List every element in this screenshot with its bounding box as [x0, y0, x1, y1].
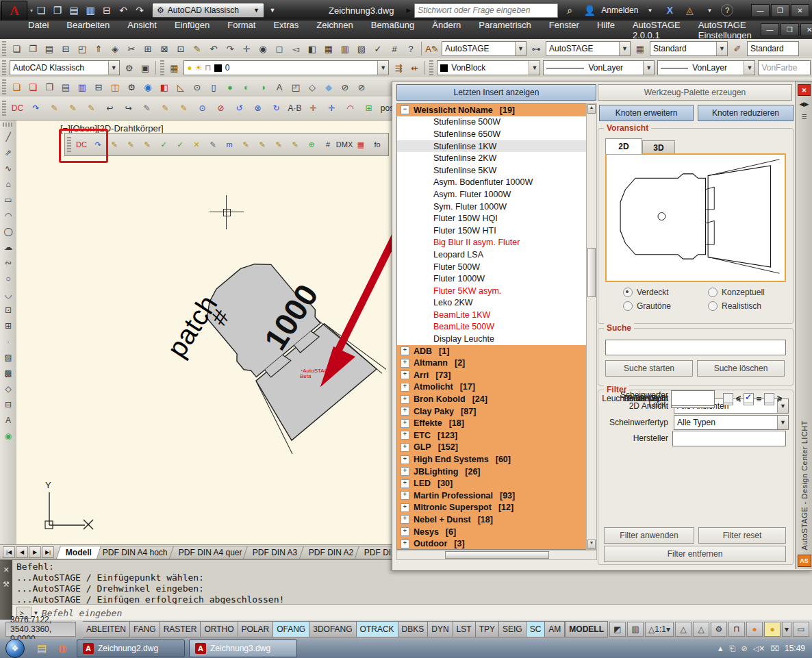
tree-item[interactable]: − Weisslicht NoName [19]	[397, 104, 586, 116]
tree-item[interactable]: Fluter 150W HQI	[397, 212, 586, 225]
redo-icon[interactable]: ↷	[131, 3, 148, 18]
search-start-button[interactable]: Suche starten	[605, 360, 693, 377]
match-properties-icon[interactable]: ✎	[189, 40, 205, 57]
status-toggle-button[interactable]: SEIG	[499, 621, 526, 637]
prev-tab-icon[interactable]: ◀	[16, 546, 28, 558]
equal-checkbox[interactable]	[744, 393, 754, 403]
flip-left-icon[interactable]: ↩	[101, 99, 119, 118]
export-dwf-icon[interactable]: ◈	[107, 40, 123, 57]
status-toggle-button[interactable]: OFANG	[273, 621, 309, 637]
save-icon[interactable]: ▤	[58, 79, 74, 95]
tree-item[interactable]: + Martin Professional [93]	[397, 490, 586, 502]
taskbar-window-button[interactable]: A Zeichnung3.dwg	[189, 640, 297, 657]
sheetset-manager-icon[interactable]: ▧	[353, 40, 370, 57]
tree-item[interactable]: Stufenlinse 500W	[397, 116, 586, 129]
palette-properties-icon[interactable]: ☰	[798, 112, 810, 122]
options-gear-icon[interactable]: ⚙	[123, 79, 140, 95]
filter-value-input[interactable]	[671, 390, 715, 406]
zoom-realtime-icon[interactable]: ◉	[255, 40, 271, 57]
muted-speaker-icon[interactable]: ◁✕	[753, 644, 765, 653]
table-style-dropdown[interactable]: Standard ▼	[650, 41, 728, 56]
delete-red-icon[interactable]: ⊘	[212, 99, 230, 118]
tree-item[interactable]: + Bron Kobold [24]	[397, 393, 586, 405]
tree-expand-box[interactable]: +	[401, 431, 409, 440]
layer-states-icon[interactable]: ⇶	[390, 60, 407, 76]
autostage-tool-icon[interactable]: ◉	[1, 428, 16, 444]
performance-icon[interactable]: ●	[746, 622, 763, 637]
status-toggle-button[interactable]: AM	[545, 621, 565, 637]
plot-icon[interactable]: ⊟	[99, 3, 115, 18]
tree-expand-box[interactable]: +	[401, 395, 409, 404]
no-circle-2-icon[interactable]: ⊘	[353, 79, 370, 95]
expand-nodes-button[interactable]: Knoten erweitern	[599, 105, 694, 121]
paste-icon[interactable]: ⊠	[156, 40, 173, 57]
swap-ab-icon[interactable]: A·B	[286, 99, 304, 118]
plot-icon[interactable]: ⊟	[90, 79, 107, 95]
new-drawing-icon[interactable]: ❏	[8, 79, 25, 95]
tab-2d[interactable]: 2D	[605, 138, 642, 154]
start-button[interactable]: ❖	[5, 639, 25, 658]
search-binoculars-icon[interactable]: ⌕	[561, 3, 578, 18]
restore-button[interactable]: ❐	[771, 4, 789, 17]
hatch-icon[interactable]: ▨	[1, 349, 16, 365]
tree-expand-box[interactable]: +	[401, 407, 409, 416]
undo-icon[interactable]: ↶	[205, 40, 222, 57]
status-toggle-button[interactable]: OTRACK	[357, 621, 398, 637]
tree-item[interactable]: Fluter 5KW asym.	[397, 285, 586, 297]
expand-arrow-icon[interactable]: ▶	[406, 7, 411, 14]
shade-realistisch-radio[interactable]: Realistisch	[708, 301, 761, 311]
shade-konzeptuell-radio[interactable]: Konzeptuell	[708, 288, 765, 297]
exchange-icon[interactable]: X	[661, 3, 678, 18]
type-filter-dropdown[interactable]: Alle Typen▼	[674, 415, 789, 430]
layer-lock-icon[interactable]: ⊓	[205, 63, 211, 73]
tree-item[interactable]: + Outdoor [3]	[397, 537, 586, 550]
toolbar-grip[interactable]	[2, 101, 6, 116]
status-toggle-button[interactable]: FANG	[130, 621, 160, 637]
cut-icon[interactable]: ✂	[123, 40, 140, 57]
chevron-down-icon[interactable]: ▼	[619, 42, 630, 55]
mleader-style-dropdown[interactable]: Standard	[747, 41, 799, 56]
tree-item[interactable]: + Nebel + Dunst [18]	[397, 514, 586, 526]
align-arc-icon[interactable]: ◠	[341, 99, 359, 118]
network-icon[interactable]: ⌧	[770, 644, 779, 653]
layer-sun-icon[interactable]: ☀	[195, 63, 203, 73]
tree-expand-box[interactable]: +	[401, 515, 409, 524]
table-style-icon[interactable]: ▦	[632, 40, 648, 57]
next-tab-icon[interactable]: ▶	[29, 546, 41, 558]
toolbar-grip[interactable]	[429, 60, 433, 75]
layer-bulb-icon[interactable]: ●	[187, 63, 192, 73]
color-control-dropdown[interactable]: VonBlock ▼	[437, 60, 540, 75]
status-toggle-button[interactable]: 3DOFANG	[309, 621, 356, 637]
tree-item[interactable]: BeamLite 500W	[397, 321, 586, 333]
tree-item[interactable]: + JBLighting [26]	[397, 466, 586, 478]
status-toggle-button[interactable]: POLAR	[238, 621, 274, 637]
scroll-down-icon[interactable]: ▼	[587, 540, 596, 549]
radio-icon[interactable]	[623, 301, 633, 311]
tree-item[interactable]: + Clay Paky [87]	[397, 405, 586, 418]
status-toggle-button[interactable]: TPY	[476, 621, 499, 637]
close-button[interactable]: ✕	[791, 4, 809, 17]
status-toggle-button[interactable]: SC	[526, 621, 546, 637]
tree-item[interactable]: Stufenlinse 1KW	[397, 140, 586, 153]
minimize-button[interactable]: —	[751, 4, 770, 17]
filter-apply-button[interactable]: Filter anwenden	[604, 527, 694, 544]
ellipse-icon[interactable]: ○	[1, 270, 16, 286]
chevron-down-icon[interactable]: ▼	[716, 42, 727, 55]
tree-item[interactable]: Stufenlinse 5KW	[397, 164, 586, 177]
tree-item[interactable]: Stufenlinse 2KW	[397, 152, 586, 164]
new-file-icon[interactable]: ❏	[33, 3, 49, 18]
tree-item[interactable]: + Mitronic Superspot [12]	[397, 502, 586, 514]
toolbar-grip[interactable]	[2, 79, 6, 94]
box-3d-icon[interactable]: ◇	[304, 79, 320, 95]
page-setup-icon[interactable]: ▯	[205, 79, 222, 95]
scale-pencil-icon[interactable]: ✎	[138, 99, 156, 118]
dim-style-dropdown[interactable]: AutoSTAGE ▼	[546, 41, 631, 56]
status-toggle-button[interactable]: DBKS	[398, 621, 429, 637]
layout-tab[interactable]: PDF DIN A2	[299, 546, 364, 559]
comm-caret-icon[interactable]: ▼	[701, 3, 718, 18]
status-toggle-button[interactable]: RASTER	[160, 621, 201, 637]
tree-item[interactable]: Big Blur II asym. Fluter	[397, 237, 586, 249]
pan-icon[interactable]: ✛	[238, 40, 255, 57]
chevron-down-icon[interactable]: ▼	[643, 61, 654, 75]
tree-expand-box[interactable]: +	[401, 527, 409, 536]
